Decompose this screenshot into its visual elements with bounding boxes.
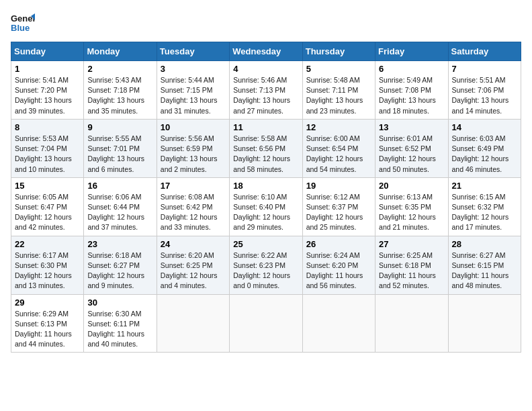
calendar-cell: 3Sunrise: 5:44 AM Sunset: 7:15 PM Daylig… xyxy=(157,61,229,120)
day-info: Sunrise: 5:46 AM Sunset: 7:13 PM Dayligh… xyxy=(233,75,298,116)
calendar-week-1: 1Sunrise: 5:41 AM Sunset: 7:20 PM Daylig… xyxy=(11,61,521,120)
day-info: Sunrise: 6:24 AM Sunset: 6:20 PM Dayligh… xyxy=(306,250,371,291)
day-info: Sunrise: 6:22 AM Sunset: 6:23 PM Dayligh… xyxy=(233,250,298,291)
svg-text:Blue: Blue xyxy=(11,23,30,33)
day-info: Sunrise: 6:27 AM Sunset: 6:15 PM Dayligh… xyxy=(452,250,517,291)
day-number: 5 xyxy=(306,64,371,74)
header-tuesday: Tuesday xyxy=(157,42,229,61)
day-info: Sunrise: 6:12 AM Sunset: 6:37 PM Dayligh… xyxy=(306,192,371,233)
calendar-cell: 5Sunrise: 5:48 AM Sunset: 7:11 PM Daylig… xyxy=(302,61,375,120)
day-number: 11 xyxy=(233,122,298,132)
calendar-cell: 1Sunrise: 5:41 AM Sunset: 7:20 PM Daylig… xyxy=(11,61,84,120)
calendar-week-3: 15Sunrise: 6:05 AM Sunset: 6:47 PM Dayli… xyxy=(11,177,521,236)
day-info: Sunrise: 6:01 AM Sunset: 6:52 PM Dayligh… xyxy=(379,134,444,175)
calendar-week-4: 22Sunrise: 6:17 AM Sunset: 6:30 PM Dayli… xyxy=(11,236,521,294)
calendar-cell: 15Sunrise: 6:05 AM Sunset: 6:47 PM Dayli… xyxy=(11,177,84,236)
day-number: 2 xyxy=(87,64,152,74)
calendar-cell: 4Sunrise: 5:46 AM Sunset: 7:13 PM Daylig… xyxy=(230,61,302,120)
day-info: Sunrise: 5:55 AM Sunset: 7:01 PM Dayligh… xyxy=(87,134,152,175)
day-number: 15 xyxy=(15,181,80,191)
calendar-cell: 20Sunrise: 6:13 AM Sunset: 6:35 PM Dayli… xyxy=(375,177,448,236)
header-sunday: Sunday xyxy=(11,42,84,61)
header-saturday: Saturday xyxy=(448,42,521,61)
calendar-cell: 17Sunrise: 6:08 AM Sunset: 6:42 PM Dayli… xyxy=(157,177,229,236)
calendar-cell: 28Sunrise: 6:27 AM Sunset: 6:15 PM Dayli… xyxy=(448,236,521,294)
day-number: 19 xyxy=(306,181,371,191)
day-info: Sunrise: 6:10 AM Sunset: 6:40 PM Dayligh… xyxy=(233,192,298,233)
day-number: 10 xyxy=(161,122,226,132)
calendar-cell xyxy=(448,294,521,353)
day-info: Sunrise: 6:06 AM Sunset: 6:44 PM Dayligh… xyxy=(87,192,152,233)
day-info: Sunrise: 5:51 AM Sunset: 7:06 PM Dayligh… xyxy=(452,75,517,116)
calendar-cell: 7Sunrise: 5:51 AM Sunset: 7:06 PM Daylig… xyxy=(448,61,521,120)
day-number: 25 xyxy=(233,239,298,249)
day-number: 23 xyxy=(87,239,152,249)
day-info: Sunrise: 6:20 AM Sunset: 6:25 PM Dayligh… xyxy=(161,250,226,291)
calendar-cell: 16Sunrise: 6:06 AM Sunset: 6:44 PM Dayli… xyxy=(84,177,157,236)
calendar-table: SundayMondayTuesdayWednesdayThursdayFrid… xyxy=(11,42,521,353)
day-info: Sunrise: 5:48 AM Sunset: 7:11 PM Dayligh… xyxy=(306,75,371,116)
logo-icon: General Blue xyxy=(11,11,35,35)
calendar-cell xyxy=(230,294,302,353)
day-info: Sunrise: 5:44 AM Sunset: 7:15 PM Dayligh… xyxy=(161,75,226,116)
page-header: General Blue xyxy=(11,11,521,35)
header-friday: Friday xyxy=(375,42,448,61)
calendar-cell: 23Sunrise: 6:18 AM Sunset: 6:27 PM Dayli… xyxy=(84,236,157,294)
day-info: Sunrise: 5:49 AM Sunset: 7:08 PM Dayligh… xyxy=(379,75,444,116)
day-number: 27 xyxy=(379,239,444,249)
day-number: 26 xyxy=(306,239,371,249)
calendar-cell: 29Sunrise: 6:29 AM Sunset: 6:13 PM Dayli… xyxy=(11,294,84,353)
header-thursday: Thursday xyxy=(302,42,375,61)
calendar-cell: 8Sunrise: 5:53 AM Sunset: 7:04 PM Daylig… xyxy=(11,119,84,177)
day-number: 13 xyxy=(379,122,444,132)
day-number: 20 xyxy=(379,181,444,191)
day-number: 30 xyxy=(87,298,152,308)
day-info: Sunrise: 6:29 AM Sunset: 6:13 PM Dayligh… xyxy=(15,309,80,350)
day-number: 22 xyxy=(15,239,80,249)
calendar-cell xyxy=(157,294,229,353)
calendar-cell: 22Sunrise: 6:17 AM Sunset: 6:30 PM Dayli… xyxy=(11,236,84,294)
svg-text:General: General xyxy=(11,13,35,24)
calendar-cell xyxy=(302,294,375,353)
day-info: Sunrise: 6:25 AM Sunset: 6:18 PM Dayligh… xyxy=(379,250,444,291)
day-number: 6 xyxy=(379,64,444,74)
calendar-week-2: 8Sunrise: 5:53 AM Sunset: 7:04 PM Daylig… xyxy=(11,119,521,177)
day-info: Sunrise: 5:43 AM Sunset: 7:18 PM Dayligh… xyxy=(87,75,152,116)
day-info: Sunrise: 6:17 AM Sunset: 6:30 PM Dayligh… xyxy=(15,250,80,291)
day-number: 29 xyxy=(15,298,80,308)
day-number: 21 xyxy=(452,181,517,191)
day-number: 18 xyxy=(233,181,298,191)
calendar-cell: 13Sunrise: 6:01 AM Sunset: 6:52 PM Dayli… xyxy=(375,119,448,177)
logo: General Blue xyxy=(11,11,35,35)
day-info: Sunrise: 6:03 AM Sunset: 6:49 PM Dayligh… xyxy=(452,134,517,175)
calendar-cell: 11Sunrise: 5:58 AM Sunset: 6:56 PM Dayli… xyxy=(230,119,302,177)
calendar-cell: 12Sunrise: 6:00 AM Sunset: 6:54 PM Dayli… xyxy=(302,119,375,177)
day-number: 8 xyxy=(15,122,80,132)
day-info: Sunrise: 6:08 AM Sunset: 6:42 PM Dayligh… xyxy=(161,192,226,233)
calendar-cell: 19Sunrise: 6:12 AM Sunset: 6:37 PM Dayli… xyxy=(302,177,375,236)
day-number: 28 xyxy=(452,239,517,249)
header-wednesday: Wednesday xyxy=(230,42,302,61)
header-monday: Monday xyxy=(84,42,157,61)
day-number: 9 xyxy=(87,122,152,132)
day-info: Sunrise: 5:41 AM Sunset: 7:20 PM Dayligh… xyxy=(15,75,80,116)
day-number: 4 xyxy=(233,64,298,74)
calendar-cell: 9Sunrise: 5:55 AM Sunset: 7:01 PM Daylig… xyxy=(84,119,157,177)
day-info: Sunrise: 5:53 AM Sunset: 7:04 PM Dayligh… xyxy=(15,134,80,175)
calendar-cell: 14Sunrise: 6:03 AM Sunset: 6:49 PM Dayli… xyxy=(448,119,521,177)
day-number: 14 xyxy=(452,122,517,132)
calendar-cell: 27Sunrise: 6:25 AM Sunset: 6:18 PM Dayli… xyxy=(375,236,448,294)
calendar-cell: 6Sunrise: 5:49 AM Sunset: 7:08 PM Daylig… xyxy=(375,61,448,120)
day-info: Sunrise: 6:00 AM Sunset: 6:54 PM Dayligh… xyxy=(306,134,371,175)
calendar-cell: 2Sunrise: 5:43 AM Sunset: 7:18 PM Daylig… xyxy=(84,61,157,120)
day-info: Sunrise: 5:58 AM Sunset: 6:56 PM Dayligh… xyxy=(233,134,298,175)
calendar-body: 1Sunrise: 5:41 AM Sunset: 7:20 PM Daylig… xyxy=(11,61,521,353)
calendar-cell: 24Sunrise: 6:20 AM Sunset: 6:25 PM Dayli… xyxy=(157,236,229,294)
calendar-cell: 25Sunrise: 6:22 AM Sunset: 6:23 PM Dayli… xyxy=(230,236,302,294)
day-number: 24 xyxy=(161,239,226,249)
calendar-cell: 18Sunrise: 6:10 AM Sunset: 6:40 PM Dayli… xyxy=(230,177,302,236)
day-number: 17 xyxy=(161,181,226,191)
day-info: Sunrise: 6:13 AM Sunset: 6:35 PM Dayligh… xyxy=(379,192,444,233)
day-number: 3 xyxy=(161,64,226,74)
calendar-cell: 26Sunrise: 6:24 AM Sunset: 6:20 PM Dayli… xyxy=(302,236,375,294)
